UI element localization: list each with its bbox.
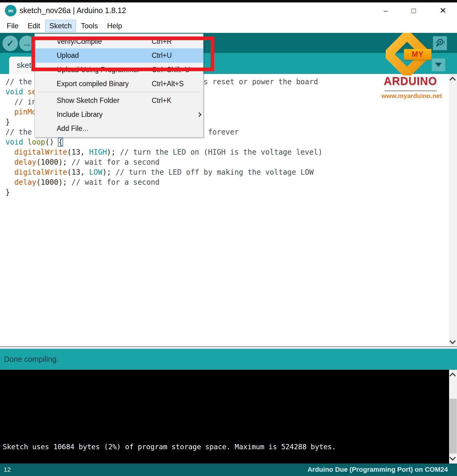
magnifier-icon	[434, 38, 445, 49]
console-message: Sketch uses 10684 bytes (2%) of program …	[3, 443, 336, 451]
menubar-item-file[interactable]: File	[2, 20, 23, 32]
submenu-arrow-icon	[197, 112, 202, 117]
menu-item-show-sketch-folder[interactable]: Show Sketch FolderCtrl+K	[35, 93, 203, 107]
menubar: File Edit Sketch Tools Help	[0, 19, 457, 33]
editor-status-divider	[0, 346, 457, 349]
menubar-item-edit[interactable]: Edit	[23, 20, 44, 32]
minimize-button[interactable]: –	[377, 2, 395, 19]
window-title: sketch_nov26a | Arduino 1.8.12	[19, 6, 126, 15]
menubar-item-sketch[interactable]: Sketch	[45, 20, 76, 32]
menu-item-label: Include Library	[57, 110, 103, 119]
scrollbar-thumb[interactable]	[449, 399, 457, 453]
menubar-item-tools[interactable]: Tools	[76, 20, 102, 32]
menu-item-label: Export compiled Binary	[57, 80, 129, 88]
code-line: void loop() {	[5, 137, 457, 147]
myarduino-logo-text: ARDUINO	[383, 75, 438, 88]
scroll-down-icon[interactable]	[449, 454, 456, 461]
annotation-red-rectangle	[31, 37, 214, 71]
menu-item-label: Add File...	[57, 124, 88, 133]
code-line: }	[5, 187, 457, 198]
code-line: delay(1000); // wait for a second	[5, 177, 457, 187]
menu-separator	[38, 92, 200, 92]
menubar-item-help[interactable]: Help	[103, 20, 126, 32]
console-scrollbar[interactable]	[449, 370, 457, 464]
menu-item-shortcut: Ctrl+K	[152, 96, 172, 105]
serial-monitor-button[interactable]	[433, 36, 447, 50]
board-port-label: Arduino Due (Programming Port) on COM24	[307, 466, 448, 474]
top-border	[0, 0, 457, 2]
tab-dropdown-button[interactable]	[432, 58, 445, 71]
myarduino-logo-underline	[384, 90, 437, 91]
menu-item-label: Show Sketch Folder	[57, 96, 119, 105]
menu-item-include-library[interactable]: Include Library	[35, 107, 203, 121]
close-button[interactable]: ✕	[434, 2, 452, 19]
status-bar: Done compiling.	[0, 349, 457, 370]
arduino-app-icon: ∞	[5, 5, 16, 16]
maximize-button[interactable]: □	[405, 2, 423, 19]
chevron-down-icon	[435, 63, 442, 67]
scroll-up-icon[interactable]	[449, 373, 456, 379]
footer-bar: 12 Arduino Due (Programming Port) on COM…	[0, 464, 457, 476]
editor-scrollbar[interactable]	[449, 74, 457, 347]
arrow-right-icon: →	[23, 38, 32, 49]
code-line: digitalWrite(13, LOW); // turn the LED o…	[5, 167, 457, 177]
cursor-line-number: 12	[4, 466, 11, 473]
code-line: digitalWrite(13, HIGH); // turn the LED …	[5, 147, 457, 157]
menu-item-export-compiled-binary[interactable]: Export compiled BinaryCtrl+Alt+S	[35, 77, 203, 91]
code-line: delay(1000); // wait for a second	[5, 157, 457, 167]
console-output-area: Sketch uses 10684 bytes (2%) of program …	[0, 370, 449, 464]
myarduino-logo-my-badge: MY	[404, 49, 431, 60]
check-icon: ✓	[6, 38, 14, 49]
myarduino-logo-url: www.myarduino.net	[381, 92, 439, 100]
menu-item-shortcut: Ctrl+Alt+S	[152, 80, 184, 88]
status-message: Done compiling.	[4, 355, 58, 364]
arduino-ide-window: ∞ sketch_nov26a | Arduino 1.8.12 – □ ✕ F…	[0, 0, 457, 476]
menu-item-add-file[interactable]: Add File...	[35, 121, 203, 135]
verify-button[interactable]: ✓	[2, 36, 18, 51]
scroll-up-icon[interactable]	[449, 77, 456, 83]
titlebar: ∞ sketch_nov26a | Arduino 1.8.12 – □ ✕	[0, 2, 457, 19]
scroll-down-icon[interactable]	[449, 338, 456, 344]
